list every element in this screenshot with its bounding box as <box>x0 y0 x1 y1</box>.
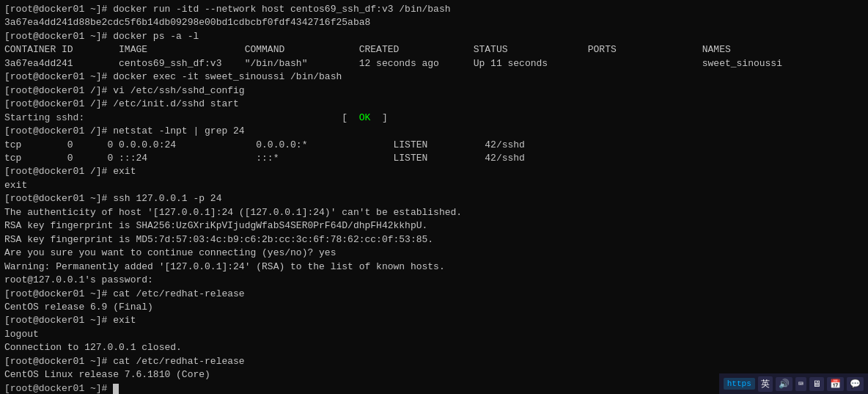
terminal-line: exit <box>4 179 864 192</box>
terminal-line: tcp 0 0 0.0.0.0:24 0.0.0.0:* LISTEN 42/s… <box>4 139 864 152</box>
terminal-line: 3a67ea4dd241 centos69_ssh_df:v3 "/bin/ba… <box>4 57 864 70</box>
taskbar-volume[interactable]: 🔊 <box>776 377 792 391</box>
taskbar-lang[interactable]: 英 <box>758 376 773 392</box>
terminal-cursor <box>113 384 119 394</box>
terminal-line: [root@docker01 ~]# exit <box>4 314 864 327</box>
terminal-line: 3a67ea4dd241d88be2cdc5f6b14db09298e00bd1… <box>4 16 864 29</box>
taskbar-chat[interactable]: 💬 <box>847 377 864 391</box>
terminal-line: [root@docker01 /]# netstat -lnpt | grep … <box>4 125 864 138</box>
terminal-window[interactable]: [root@docker01 ~]# docker run -itd --net… <box>0 0 868 394</box>
terminal-line: The authenticity of host '[127.0.0.1]:24… <box>4 206 864 219</box>
terminal-line: RSA key fingerprint is MD5:7d:57:03:4c:b… <box>4 233 864 247</box>
taskbar-calendar[interactable]: 📅 <box>827 377 844 391</box>
terminal-line: [root@docker01 /]# exit <box>4 165 864 178</box>
terminal-line: root@127.0.0.1's password: <box>4 274 864 287</box>
terminal-line: Warning: Permanently added '[127.0.0.1]:… <box>4 260 864 274</box>
terminal-line: logout <box>4 328 864 341</box>
terminal-line: tcp 0 0 :::24 :::* LISTEN 42/sshd <box>4 152 864 165</box>
terminal-line: CentOS release 6.9 (Final) <box>4 301 864 314</box>
taskbar-screen[interactable]: 🖥 <box>809 377 824 391</box>
terminal-line: Are you sure you want to continue connec… <box>4 247 864 260</box>
terminal-line: RSA key fingerprint is SHA256:UzGXriKpVI… <box>4 219 864 233</box>
taskbar: https 英 🔊 ⌨ 🖥 📅 💬 <box>719 373 868 394</box>
terminal-line: CONTAINER ID IMAGE COMMAND CREATED STATU… <box>4 43 864 56</box>
taskbar-https: https <box>724 378 755 390</box>
terminal-line: [root@docker01 ~]# ssh 127.0.0.1 -p 24 <box>4 192 864 205</box>
terminal-line: Connection to 127.0.0.1 closed. <box>4 341 864 354</box>
taskbar-keyboard[interactable]: ⌨ <box>795 377 806 391</box>
terminal-line: [root@docker01 ~]# cat /etc/redhat-relea… <box>4 355 864 368</box>
terminal-line: [root@docker01 /]# vi /etc/ssh/sshd_conf… <box>4 84 864 98</box>
terminal-line: [root@docker01 ~]# docker exec -it sweet… <box>4 70 864 84</box>
terminal-line: [root@docker01 ~]# docker ps -a -l <box>4 30 864 43</box>
terminal-line: [root@docker01 ~]# docker run -itd --net… <box>4 3 864 16</box>
terminal-line: [root@docker01 ~]# cat /etc/redhat-relea… <box>4 288 864 301</box>
terminal-line: Starting sshd: [ OK ] <box>4 112 864 125</box>
terminal-line: [root@docker01 /]# /etc/init.d/sshd star… <box>4 98 864 111</box>
